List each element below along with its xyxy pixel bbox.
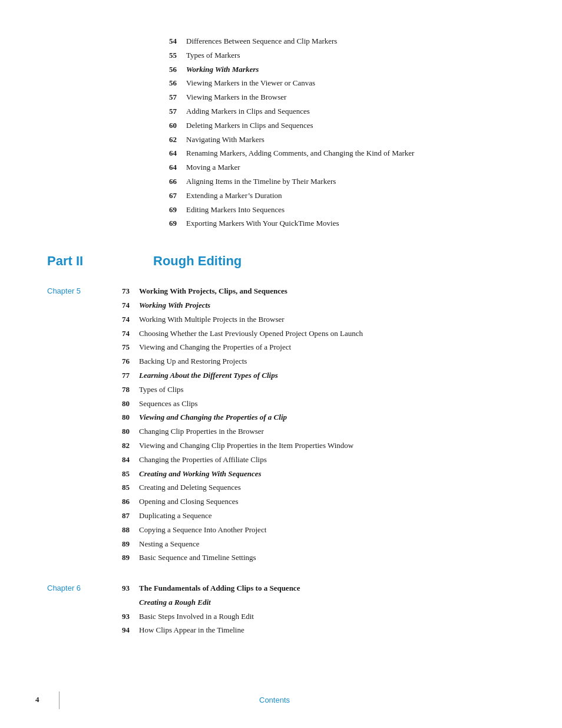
toc-entry: 60Deleting Markers in Clips and Sequence… bbox=[153, 120, 562, 132]
entry-page-num: 80 bbox=[106, 398, 130, 410]
entry-page-num: 86 bbox=[106, 496, 130, 508]
entry-text: Types of Markers bbox=[186, 50, 240, 62]
entry-text: Choosing Whether the Last Previously Ope… bbox=[139, 328, 363, 340]
entry-text: Working With Projects bbox=[139, 299, 210, 312]
toc-entry: 67Extending a Marker’s Duration bbox=[153, 190, 562, 202]
entry-text: Working With Multiple Projects in the Br… bbox=[139, 314, 285, 326]
entry-text: Renaming Markers, Adding Comments, and C… bbox=[186, 147, 414, 160]
entry-page-num: 85 bbox=[106, 482, 130, 494]
entry-text: Navigating With Markers bbox=[186, 134, 265, 146]
chapter-label: Chapter 6 bbox=[47, 584, 106, 592]
chapter-entries: 73Working With Projects, Clips, and Sequ… bbox=[106, 285, 562, 566]
entry-text: Exporting Markers With Your QuickTime Mo… bbox=[186, 218, 339, 230]
entry-text: Editing Markers Into Sequences bbox=[186, 204, 285, 216]
entry-page-num: 69 bbox=[153, 204, 177, 216]
entry-text: Working With Projects, Clips, and Sequen… bbox=[139, 285, 287, 298]
toc-entry: 80Sequences as Clips bbox=[106, 398, 562, 410]
entry-page-num: 66 bbox=[153, 176, 177, 188]
chapter-label-col: Chapter 6 bbox=[0, 582, 106, 638]
toc-entry: 57Viewing Markers in the Browser bbox=[153, 91, 562, 104]
toc-entry: 64Renaming Markers, Adding Comments, and… bbox=[153, 147, 562, 160]
entry-page-num: 74 bbox=[106, 328, 130, 340]
entry-text: Backing Up and Restoring Projects bbox=[139, 355, 247, 368]
toc-entry: 66Aligning Items in the Timeline by Thei… bbox=[153, 176, 562, 188]
entry-page-num: 94 bbox=[106, 624, 130, 637]
toc-entry: 55Types of Markers bbox=[153, 50, 562, 62]
entry-page-num: 76 bbox=[106, 355, 130, 368]
entry-page-num: 64 bbox=[153, 147, 177, 160]
entry-text: The Fundamentals of Adding Clips to a Se… bbox=[139, 582, 300, 595]
entry-page-num: 85 bbox=[106, 468, 130, 480]
entry-text: How Clips Appear in the Timeline bbox=[139, 624, 244, 637]
entry-text: Viewing Markers in the Viewer or Canvas bbox=[186, 77, 315, 90]
entry-text: Types of Clips bbox=[139, 384, 184, 396]
toc-entry: Creating a Rough Edit bbox=[106, 597, 562, 609]
entry-text: Viewing and Changing Clip Properties in … bbox=[139, 440, 353, 452]
part-label: Part II bbox=[47, 253, 118, 269]
footer-title: Contents bbox=[259, 696, 290, 704]
toc-entry: 76Backing Up and Restoring Projects bbox=[106, 355, 562, 368]
toc-entry: 85Creating and Deleting Sequences bbox=[106, 482, 562, 494]
toc-entry: 80Viewing and Changing the Properties of… bbox=[106, 411, 562, 424]
toc-entry: 89Basic Sequence and Timeline Settings bbox=[106, 552, 562, 564]
footer: 4 Contents bbox=[0, 695, 562, 704]
part-title: Rough Editing bbox=[153, 253, 242, 269]
toc-entry: 84Changing the Properties of Affiliate C… bbox=[106, 454, 562, 466]
entry-text: Learning About the Different Types of Cl… bbox=[139, 370, 278, 382]
entry-page-num: 82 bbox=[106, 440, 130, 452]
entry-text: Opening and Closing Sequences bbox=[139, 496, 239, 508]
toc-entry: 57Adding Markers in Clips and Sequences bbox=[153, 106, 562, 118]
entry-text: Changing the Properties of Affiliate Cli… bbox=[139, 454, 267, 466]
entry-page-num: 74 bbox=[106, 314, 130, 326]
entry-page-num: 80 bbox=[106, 411, 130, 424]
toc-entry: 88Copying a Sequence Into Another Projec… bbox=[106, 524, 562, 536]
entry-page-num: 69 bbox=[153, 218, 177, 230]
toc-entry: 82Viewing and Changing Clip Properties i… bbox=[106, 440, 562, 452]
entry-text: Changing Clip Properties in the Browser bbox=[139, 426, 264, 438]
entry-text: Creating and Working With Sequences bbox=[139, 468, 262, 480]
toc-entry: 54Differences Between Sequence and Clip … bbox=[153, 35, 562, 48]
entry-page-num: 75 bbox=[106, 341, 130, 354]
toc-entry: 78Types of Clips bbox=[106, 384, 562, 396]
toc-entry: 74Working With Multiple Projects in the … bbox=[106, 314, 562, 326]
entry-page-num: 67 bbox=[153, 190, 177, 202]
toc-entry: 56Working With Markers bbox=[153, 64, 562, 76]
entry-page-num: 73 bbox=[106, 285, 130, 298]
entry-text: Basic Steps Involved in a Rough Edit bbox=[139, 611, 254, 623]
toc-entry: 69Editing Markers Into Sequences bbox=[153, 204, 562, 216]
entry-page-num: 62 bbox=[153, 134, 177, 146]
entry-text: Creating and Deleting Sequences bbox=[139, 482, 241, 494]
toc-entry: 74Choosing Whether the Last Previously O… bbox=[106, 328, 562, 340]
entry-text: Nesting a Sequence bbox=[139, 538, 200, 551]
chapter-label-col: Chapter 5 bbox=[0, 285, 106, 566]
toc-entry: 93Basic Steps Involved in a Rough Edit bbox=[106, 611, 562, 623]
entry-page-num: 56 bbox=[153, 77, 177, 90]
toc-entry: 74Working With Projects bbox=[106, 299, 562, 312]
toc-entry: 77Learning About the Different Types of … bbox=[106, 370, 562, 382]
toc-entry: 69Exporting Markers With Your QuickTime … bbox=[153, 218, 562, 230]
page: 54Differences Between Sequence and Clip … bbox=[0, 0, 562, 728]
entry-text: Moving a Marker bbox=[186, 162, 240, 174]
entry-text: Creating a Rough Edit bbox=[139, 597, 211, 609]
chapter-label: Chapter 5 bbox=[47, 286, 106, 295]
toc-entry: 62Navigating With Markers bbox=[153, 134, 562, 146]
entry-text: Differences Between Sequence and Clip Ma… bbox=[186, 35, 337, 48]
footer-divider bbox=[59, 691, 59, 709]
chapter-entries: 93The Fundamentals of Adding Clips to a … bbox=[106, 582, 562, 638]
toc-entry: 93The Fundamentals of Adding Clips to a … bbox=[106, 582, 562, 595]
entry-text: Copying a Sequence Into Another Project bbox=[139, 524, 266, 536]
toc-entry: 94How Clips Appear in the Timeline bbox=[106, 624, 562, 637]
toc-entry: 64Moving a Marker bbox=[153, 162, 562, 174]
toc-entry: 56Viewing Markers in the Viewer or Canva… bbox=[153, 77, 562, 90]
entry-page-num: 77 bbox=[106, 370, 130, 382]
entry-page-num: 84 bbox=[106, 454, 130, 466]
entry-text: Sequences as Clips bbox=[139, 398, 198, 410]
chapter-section: Chapter 693The Fundamentals of Adding Cl… bbox=[0, 582, 562, 638]
entry-page-num: 54 bbox=[153, 35, 177, 48]
entry-page-num: 88 bbox=[106, 524, 130, 536]
entry-text: Adding Markers in Clips and Sequences bbox=[186, 106, 310, 118]
entry-page-num: 55 bbox=[153, 50, 177, 62]
part-header: Part II Rough Editing bbox=[47, 253, 562, 269]
entry-text: Viewing and Changing the Properties of a… bbox=[139, 341, 291, 354]
entry-text: Viewing and Changing the Properties of a… bbox=[139, 411, 287, 424]
